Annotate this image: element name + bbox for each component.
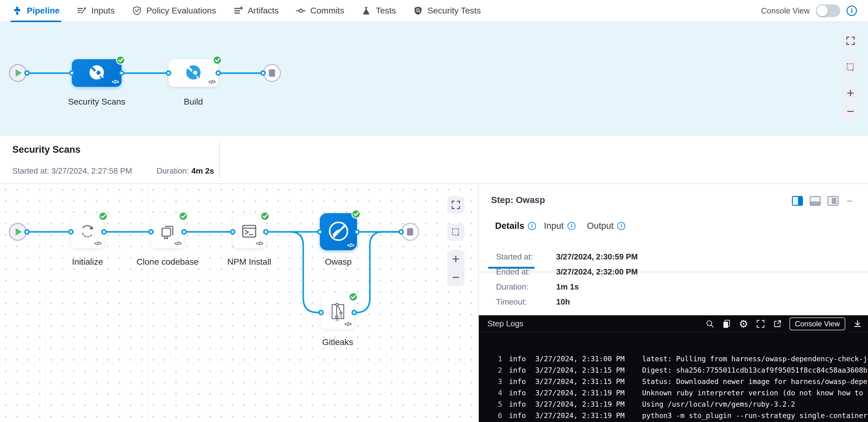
- tab-inputs[interactable]: Inputs: [77, 0, 115, 22]
- tab-pipeline[interactable]: Pipeline: [12, 0, 60, 22]
- log-line-number: 1: [493, 353, 502, 365]
- ci-stage-icon: [88, 64, 105, 82]
- stage-label[interactable]: Build: [184, 97, 203, 107]
- connector-handle[interactable]: [398, 229, 404, 235]
- connector-handle[interactable]: [148, 229, 154, 235]
- step-logs-toolbar: ⚙ Console View: [706, 317, 862, 330]
- connector-handle[interactable]: [354, 229, 360, 235]
- layout-split-right-icon[interactable]: [792, 196, 803, 206]
- connector-handle[interactable]: [230, 229, 236, 235]
- detail-value: 3/27/2024, 2:30:59 PM: [556, 252, 638, 262]
- detail-row: Timeout: 10h: [496, 297, 868, 307]
- connector-handle[interactable]: [101, 229, 107, 235]
- tab-artifacts[interactable]: Artifacts: [233, 0, 279, 22]
- initialize-icon: [79, 222, 96, 241]
- step-graph-canvas[interactable]: </> </>: [0, 184, 478, 422]
- tab-input[interactable]: Input i: [544, 221, 576, 231]
- info-icon[interactable]: i: [528, 222, 536, 230]
- code-badge: </>: [174, 240, 181, 247]
- step-node-owasp[interactable]: </>: [320, 213, 357, 250]
- success-check-icon: [98, 212, 108, 221]
- tab-details[interactable]: Details i: [495, 221, 536, 231]
- step-details-panel: Step: Owasp − Details i Input i Output: [478, 184, 868, 422]
- connector-handle[interactable]: [69, 70, 74, 76]
- step-panel-title: Step: Owasp: [491, 195, 545, 205]
- code-badge: </>: [256, 240, 263, 247]
- tab-tests[interactable]: Tests: [361, 0, 396, 22]
- tab-label: Output: [587, 221, 614, 231]
- open-in-new-icon[interactable]: [773, 320, 781, 328]
- console-view-button[interactable]: Console View: [789, 317, 845, 330]
- log-level: info: [509, 376, 529, 387]
- tab-label: Details: [495, 221, 524, 231]
- clone-codebase-icon: [158, 222, 177, 242]
- code-badge: </>: [94, 240, 101, 247]
- connector-handle[interactable]: [215, 70, 221, 76]
- zoom-out-button[interactable]: −: [847, 105, 855, 118]
- connector-handle[interactable]: [24, 229, 30, 235]
- code-badge: </>: [208, 79, 215, 85]
- stage-duration: Duration:4m 2s: [157, 166, 214, 176]
- search-icon[interactable]: [706, 320, 714, 328]
- tab-label: Artifacts: [248, 6, 279, 15]
- stage-node-build[interactable]: </>: [168, 59, 218, 87]
- connector-handle[interactable]: [260, 70, 266, 76]
- fullscreen-button[interactable]: [842, 32, 859, 50]
- connector-handle[interactable]: [166, 70, 171, 76]
- code-badge: </>: [347, 242, 354, 249]
- success-check-icon: [179, 212, 188, 221]
- layout-float-icon[interactable]: [828, 196, 839, 206]
- play-icon: [16, 228, 22, 235]
- connector-handle[interactable]: [181, 229, 187, 235]
- commit-icon: [296, 6, 306, 15]
- copy-icon[interactable]: [722, 319, 731, 328]
- expand-logs-icon[interactable]: [756, 320, 765, 328]
- stage-connector-line: [27, 72, 264, 74]
- step-node-clone-codebase[interactable]: </>: [151, 215, 184, 249]
- console-view-toggle[interactable]: [816, 4, 840, 17]
- log-timestamp: 3/27/2024, 2:31:15 PM: [535, 365, 635, 376]
- detail-row: Duration: 1m 1s: [496, 282, 868, 292]
- log-line-number: 6: [493, 410, 502, 421]
- artifacts-icon: [233, 6, 243, 15]
- connector-handle[interactable]: [68, 229, 74, 235]
- settings-gear-icon[interactable]: ⚙: [739, 319, 748, 329]
- download-logs-icon[interactable]: [853, 320, 862, 328]
- log-timestamp: 3/27/2024, 2:31:15 PM: [535, 376, 635, 387]
- log-row: 5 info 3/27/2024, 2:31:19 PM Using /usr/…: [493, 399, 868, 410]
- connector-handle[interactable]: [318, 310, 324, 315]
- tab-policy-evaluations[interactable]: Policy Evaluations: [132, 0, 216, 22]
- tab-label: Commits: [310, 6, 344, 15]
- duration-value: 4m 2s: [191, 166, 214, 175]
- step-node-gitleaks[interactable]: </>: [321, 296, 354, 329]
- stage-graph-canvas[interactable]: </> </> Security Scans Build: [0, 22, 868, 135]
- detail-label: Timeout:: [496, 297, 556, 307]
- connector-handle[interactable]: [263, 229, 269, 235]
- terminal-icon: [240, 222, 259, 242]
- log-row: 4 info 3/27/2024, 2:31:19 PM Unknown rub…: [493, 387, 868, 399]
- shield-search-icon: [413, 6, 423, 15]
- info-icon[interactable]: i: [846, 5, 857, 16]
- tab-commits[interactable]: Commits: [296, 0, 344, 22]
- info-icon[interactable]: i: [617, 222, 625, 230]
- marquee-select-button[interactable]: [842, 59, 859, 76]
- connector-handle[interactable]: [317, 229, 322, 235]
- minimize-panel-icon[interactable]: −: [846, 196, 852, 206]
- step-node-initialize[interactable]: </>: [71, 215, 104, 249]
- stage-label[interactable]: Security Scans: [68, 97, 126, 107]
- log-line-number: 2: [493, 365, 502, 376]
- log-lines[interactable]: 1 info 3/27/2024, 2:31:00 PM latest: Pul…: [479, 332, 868, 421]
- step-node-npm-install[interactable]: </>: [232, 215, 266, 249]
- layout-bottom-icon[interactable]: [810, 196, 821, 206]
- zoom-in-button[interactable]: +: [847, 87, 855, 100]
- connector-handle[interactable]: [24, 70, 30, 76]
- connector-handle[interactable]: [351, 310, 357, 315]
- info-icon[interactable]: i: [567, 222, 576, 230]
- connector-handle[interactable]: [119, 70, 124, 76]
- tab-output[interactable]: Output i: [587, 221, 625, 231]
- tab-security-tests[interactable]: Security Tests: [413, 0, 481, 22]
- stage-info-bar: Security Scans Started at: 3/27/2024, 2:…: [0, 135, 868, 184]
- owasp-icon: [327, 220, 350, 244]
- stage-node-security-scans[interactable]: </>: [72, 59, 122, 87]
- detail-row: Ended at: 3/27/2024, 2:32:00 PM: [496, 267, 868, 277]
